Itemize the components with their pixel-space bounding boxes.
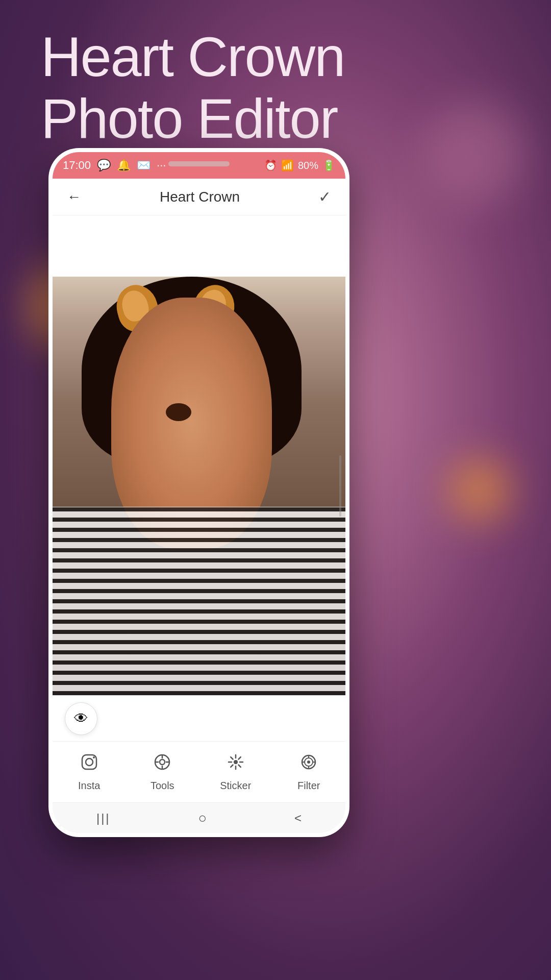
phone-speaker xyxy=(168,161,230,166)
home-indicator: ||| ○ < xyxy=(53,802,345,833)
svg-line-14 xyxy=(231,757,233,759)
eye-icon: 👁 xyxy=(74,710,88,727)
tab-tools[interactable]: Tools xyxy=(126,753,199,792)
back-nav-button[interactable]: < xyxy=(294,811,302,825)
status-right: ⏰ 📶 80% 🔋 xyxy=(264,159,335,172)
svg-line-15 xyxy=(238,765,240,767)
messenger-icon: 💬 xyxy=(97,159,111,172)
nav-bar: ← Heart Crown ✓ xyxy=(53,179,345,215)
notification-icon: 🔔 xyxy=(117,159,131,172)
tab-insta[interactable]: Insta xyxy=(53,753,126,792)
app-title-line2: Photo Editor xyxy=(41,87,337,150)
battery-icon: 🔋 xyxy=(322,159,335,172)
svg-point-9 xyxy=(234,760,238,764)
svg-point-2 xyxy=(93,756,95,758)
svg-line-17 xyxy=(231,765,233,767)
insta-icon xyxy=(80,753,98,776)
filter-icon xyxy=(299,753,318,776)
dog-nose xyxy=(166,403,191,421)
alarm-icon: ⏰ xyxy=(264,159,277,172)
wifi-icon: 📶 xyxy=(281,159,294,172)
photo-area xyxy=(53,277,345,695)
nav-title: Heart Crown xyxy=(160,189,240,205)
svg-line-16 xyxy=(238,757,240,759)
menu-button[interactable]: ||| xyxy=(96,811,111,825)
svg-point-4 xyxy=(160,760,165,765)
app-title-line1: Heart Crown xyxy=(41,25,344,88)
svg-point-20 xyxy=(307,761,310,764)
phone-mockup: 17:00 💬 🔔 ✉️ ··· ⏰ 📶 80% 🔋 ← Heart Crown… xyxy=(48,148,349,837)
status-left: 17:00 💬 🔔 ✉️ ··· xyxy=(63,159,166,172)
svg-point-1 xyxy=(86,758,93,766)
tab-sticker-label: Sticker xyxy=(220,780,251,792)
scroll-indicator xyxy=(339,455,341,517)
bokeh-blob-2 xyxy=(449,459,510,521)
photo-background xyxy=(53,277,345,695)
bottom-tabs: Insta Tools xyxy=(53,741,345,802)
tab-sticker[interactable]: Sticker xyxy=(199,753,272,792)
tools-icon xyxy=(153,753,171,776)
tab-filter[interactable]: Filter xyxy=(272,753,346,792)
app-title: Heart Crown Photo Editor xyxy=(41,26,510,149)
confirm-button[interactable]: ✓ xyxy=(318,188,331,206)
status-time: 17:00 xyxy=(63,159,91,172)
battery-level: 80% xyxy=(298,160,318,172)
preview-button[interactable]: 👁 xyxy=(65,702,97,735)
bottom-toolbar: 👁 Insta xyxy=(53,695,345,833)
shirt-overlay xyxy=(53,507,345,695)
tab-tools-label: Tools xyxy=(151,780,174,792)
home-button[interactable]: ○ xyxy=(198,810,207,826)
more-icon: ··· xyxy=(157,159,166,172)
preview-area: 👁 xyxy=(53,695,345,741)
tab-filter-label: Filter xyxy=(297,780,320,792)
tab-insta-label: Insta xyxy=(78,780,100,792)
sticker-icon xyxy=(227,753,245,776)
email-icon: ✉️ xyxy=(137,159,151,172)
white-space-area xyxy=(53,215,345,277)
back-button[interactable]: ← xyxy=(67,189,81,205)
